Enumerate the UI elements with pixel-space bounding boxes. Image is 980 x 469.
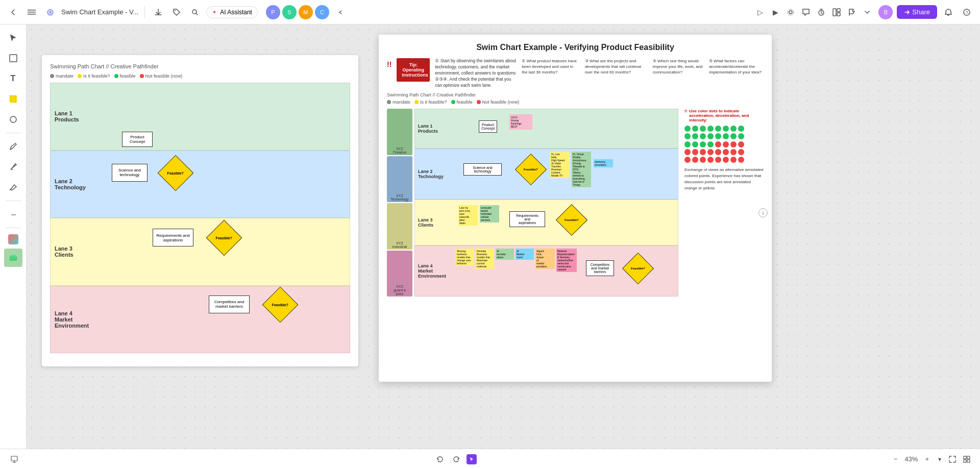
chevron-down-icon[interactable]: [860, 5, 874, 19]
feasible-diamond-right-lane4: Feasible?: [622, 253, 654, 284]
share-button[interactable]: Share: [897, 5, 937, 19]
dot-r8: [738, 149, 744, 155]
user-avatar-3: M: [299, 5, 313, 19]
notification-icon[interactable]: [941, 5, 955, 19]
bottom-toolbar: − 43% + ▾: [0, 449, 980, 469]
red-row-2: [684, 157, 764, 163]
ai-assistant-button[interactable]: ✦ AI Assistant: [206, 6, 258, 18]
help-icon[interactable]: ?: [960, 5, 974, 19]
back-button[interactable]: [6, 5, 20, 19]
highlight-tool[interactable]: [4, 158, 22, 176]
present-icon[interactable]: ▶: [768, 5, 782, 19]
color-dots-title: !! Use color dots to indicate accelerati…: [684, 109, 764, 122]
tag-button[interactable]: [169, 5, 184, 19]
eraser-tool[interactable]: [4, 178, 22, 196]
legend-feasible: feasible: [114, 73, 136, 79]
dot-r7: [730, 149, 737, 155]
tip-questions-row: !! Tip: Operating Instructions ① Start b…: [387, 58, 764, 88]
color-picker[interactable]: [8, 234, 18, 244]
menu-icon[interactable]: [24, 5, 39, 19]
right-swim-lanes: Lane 1 Products ProductConcept XXXYPrior…: [414, 109, 678, 297]
more-tools[interactable]: ···: [4, 205, 22, 224]
dot-g6: [723, 126, 729, 132]
dot-m6: [723, 141, 729, 147]
question-2: ② What product features have been develo…: [522, 58, 579, 76]
redo-button[interactable]: [450, 453, 462, 465]
zoom-out-button[interactable]: −: [891, 454, 901, 464]
svg-rect-22: [967, 460, 970, 462]
feasible-diamond-lane4: Feasible?: [262, 286, 299, 323]
svg-rect-17: [11, 255, 16, 259]
lane3-label: Lane 3 Clients: [51, 218, 102, 285]
right-diagram: Swim Chart Example - Verifying Product F…: [379, 35, 772, 382]
app-logo-icon: ⊛: [43, 5, 57, 19]
dot-m3: [700, 141, 706, 147]
select-tool[interactable]: [4, 29, 22, 47]
expand-icon[interactable]: ▷: [753, 5, 767, 19]
text-tool[interactable]: T: [4, 69, 22, 88]
view-icon[interactable]: [783, 5, 798, 19]
dot-g3: [700, 126, 706, 132]
lane1-label: Lane 1 Products: [51, 83, 102, 150]
dot-m7: [730, 141, 737, 147]
dot-r15: [730, 157, 737, 163]
layers-tool[interactable]: [4, 249, 22, 267]
zoom-in-button[interactable]: +: [922, 454, 932, 464]
right-legend-mandate: mandate: [387, 100, 410, 105]
layout-icon[interactable]: [829, 5, 844, 19]
frame-tool[interactable]: [4, 49, 22, 67]
sticky-market-5: Algorit-hmicAwareofmarketproviders: [535, 249, 555, 269]
main-content: XYZCreative XYZTechnology XYZIndustrial …: [387, 109, 764, 297]
comment-icon[interactable]: [799, 5, 813, 19]
undo-button[interactable]: [434, 453, 446, 465]
color-dots-panel: !! Use color dots to indicate accelerati…: [684, 109, 764, 297]
instruction-text: ① Start by observing the swimlanes about…: [435, 58, 517, 88]
legend-feasible-q: Is it feasible?: [78, 73, 110, 79]
svg-text:?: ?: [965, 10, 968, 15]
info-icon[interactable]: i: [758, 208, 768, 217]
timer-icon[interactable]: [814, 5, 828, 19]
competitors-box: Competitors andmarket barriers: [209, 295, 250, 313]
zoom-dropdown-button[interactable]: ▾: [936, 455, 943, 464]
flag-icon[interactable]: [845, 5, 859, 19]
lane1-left: Lane 1 Products ProductConcept: [50, 83, 350, 151]
dot-r14: [723, 157, 729, 163]
right-legend-feasible: feasible: [451, 100, 473, 105]
dot-r9: [684, 157, 691, 163]
download-button[interactable]: [151, 5, 165, 19]
sticky-tech-1: Hi, Lowbells,High-Speed3x ValueTransfer,…: [550, 152, 570, 178]
sticky-tech-3: electroniccirculation: [594, 159, 613, 167]
legend-mandate: mandate: [50, 73, 74, 79]
xyz-stacks: XYZCreative XYZTechnology XYZIndustrial …: [387, 109, 412, 297]
swim-lanes-left: Lane 1 Products ProductConcept: [50, 83, 350, 353]
right-lane4: Lane 4 Market Environment Sharingbusines…: [414, 245, 678, 297]
xyz-technology: XYZTechnology: [387, 156, 412, 203]
lane4-left: Lane 4 Market Environment Competitors an…: [50, 286, 350, 354]
presentation-mode-button[interactable]: [8, 453, 20, 465]
svg-point-5: [789, 11, 792, 14]
svg-point-3: [175, 10, 176, 11]
sticky-lane1-1: XXXYPriorityRankingsBEST: [509, 114, 532, 130]
share-label: Share: [912, 8, 930, 16]
science-tech-box: Science andtechnology: [112, 164, 148, 182]
sidebar-divider-3: [6, 228, 21, 228]
fit-screen-button[interactable]: [947, 454, 958, 464]
svg-rect-10: [837, 13, 840, 16]
lane2-label: Lane 2 Technology: [51, 151, 102, 218]
dot-m4: [707, 141, 714, 147]
sticky-tool[interactable]: [4, 90, 22, 108]
svg-rect-9: [837, 9, 840, 12]
search-button[interactable]: [188, 5, 202, 19]
shapes-tool[interactable]: [4, 110, 22, 129]
pen-tool[interactable]: [4, 137, 22, 156]
canvas-area[interactable]: Swimming Path Chart // Creative Pathfind…: [27, 24, 980, 449]
requirements-right: Requirementsandaspirations: [509, 211, 545, 227]
dot-g10: [692, 133, 698, 139]
grid-toggle-button[interactable]: [962, 454, 972, 464]
dot-m5: [715, 141, 721, 147]
svg-rect-0: [28, 10, 36, 11]
cursor-icon[interactable]: [467, 454, 477, 464]
right-lane3-label: Lane 3 Clients: [415, 200, 453, 245]
dot-g11: [700, 133, 706, 139]
collapse-button[interactable]: [333, 5, 348, 19]
